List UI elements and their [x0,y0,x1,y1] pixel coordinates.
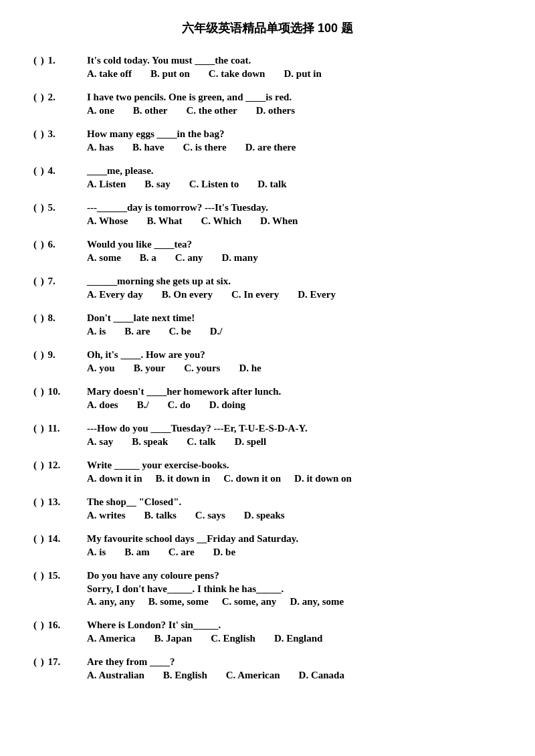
options-line: A. WhoseB. WhatC. WhichD. When [33,215,502,227]
option-item: B. am [124,547,150,558]
option-item: B. have [132,142,165,153]
option-item: A. writes [87,510,125,521]
question-line: ( ) 1.It's cold today. You must ____the … [33,55,502,66]
question-block: ( ) 4.____me, please.A. ListenB. sayC. L… [33,165,502,195]
option-item: A. Every day [87,289,143,300]
question-text: Do you have any coloure pens? [87,570,502,581]
option-item: D. England [274,633,323,644]
option-item: B./ [137,399,149,411]
question-text: Don't ____late next time! [87,312,502,324]
option-item: C. take down [209,68,265,80]
question-block: ( ) 11.---How do you ____Tuesday? ---Er,… [33,423,502,453]
options-line: A. AustralianB. EnglishC. AmericanD. Can… [33,670,502,681]
question-number: ( ) 13. [33,496,87,508]
question-number: ( ) 6. [33,239,87,250]
option-item: B. English [163,670,207,681]
option-item: D. it down on [294,473,352,484]
option-item: D. he [239,363,261,374]
option-item: A. Whose [87,215,128,227]
option-item: C. is there [183,142,227,153]
question-block: ( ) 6.Would you like ____tea?A. someB. a… [33,239,502,269]
question-block: ( ) 2.I have two pencils. One is green, … [33,92,502,122]
option-item: B. What [146,215,182,227]
question-block: ( ) 13.The shop__ "Closed".A. writesB. t… [33,496,502,527]
option-item: A. some [87,252,121,264]
question-text: Where is London? It' sin_____. [87,620,502,631]
question-text: Write _____ your exercise-books. [87,460,502,471]
options-line: A. doesB./C. doD. doing [33,399,502,411]
question-block: ( ) 14.My favourite school days __Friday… [33,533,502,563]
question-number: ( ) 15. [33,570,87,581]
question-text: Mary doesn't ____her homework after lunc… [87,386,502,397]
option-item: B. Japan [154,633,192,644]
option-item: A. any, any [87,596,135,607]
question-number: ( ) 5. [33,202,87,213]
option-item: A. Listen [87,179,126,190]
question-line: ( ) 13.The shop__ "Closed". [33,496,502,508]
question-line: ( ) 12.Write _____ your exercise-books. [33,460,502,471]
option-item: B. put on [150,68,190,80]
option-item: D. spell [235,436,267,448]
option-item: C. be [169,326,191,337]
question-text: My favourite school days __Friday and Sa… [87,533,502,545]
question-line: ( ) 6.Would you like ____tea? [33,239,502,250]
question-number: ( ) 17. [33,656,87,668]
question-text: How many eggs ____in the bag? [87,128,502,140]
question-number: ( ) 9. [33,349,87,361]
option-item: B. other [133,105,168,116]
question-line: ( ) 2.I have two pencils. One is green, … [33,92,502,103]
question-number: ( ) 2. [33,92,87,103]
option-item: A. one [87,105,114,116]
options-line: A. any, anyB. some, someC. some, anyD. a… [33,596,502,607]
option-item: A. down it in [87,473,142,484]
option-item: C. do [168,399,191,411]
question-number: ( ) 3. [33,128,87,140]
question-block: ( ) 17.Are they from ____?A. AustralianB… [33,656,502,686]
option-item: D./ [210,326,223,337]
option-item: A. say [87,436,113,448]
option-item: C. talk [187,436,215,448]
question-block: ( ) 5.---______day is tomorrow? ---It's … [33,202,502,232]
options-line: A. sayB. speakC. talkD. spell [33,436,502,448]
option-item: D. be [213,547,235,558]
question-line: ( ) 3.How many eggs ____in the bag? [33,128,502,140]
option-item: D. others [256,105,295,116]
option-item: C. are [169,547,195,558]
question-number: ( ) 12. [33,460,87,471]
question-number: ( ) 10. [33,386,87,397]
options-line: A. youB. yourC. yoursD. he [33,363,502,374]
question-text: ---How do you ____Tuesday? ---Er, T-U-E-… [87,423,502,434]
option-item: B. On every [162,289,213,300]
question-number: ( ) 7. [33,276,87,287]
option-item: D. put in [284,68,321,80]
option-item: B. a [140,252,156,264]
options-line: A. hasB. haveC. is thereD. are there [33,142,502,153]
question-line: ( ) 7.______morning she gets up at six. [33,276,502,287]
question-block: ( ) 15.Do you have any coloure pens?Sorr… [33,570,502,613]
option-item: C. any [175,252,203,264]
option-item: C. English [211,633,255,644]
option-item: B. are [124,326,150,337]
options-line: A. oneB. otherC. the otherD. others [33,105,502,116]
options-line: A. isB. amC. areD. be [33,547,502,558]
option-item: D. speaks [244,510,285,521]
option-item: B. say [144,179,170,190]
option-item: A. is [87,547,106,558]
question-number: ( ) 14. [33,533,87,545]
question-text: It's cold today. You must ____the coat. [87,55,502,66]
question-block: ( ) 8.Don't ____late next time!A. isB. a… [33,312,502,343]
question-line: ( ) 16.Where is London? It' sin_____. [33,620,502,631]
question-number: ( ) 16. [33,620,87,631]
option-item: C. the other [187,105,237,116]
options-line: A. Every dayB. On everyC. In everyD. Eve… [33,289,502,300]
option-item: D. many [222,252,258,264]
question-number: ( ) 4. [33,165,87,177]
option-item: A. does [87,399,118,411]
option-item: B. it down in [156,473,211,484]
option-item: C. says [195,510,225,521]
option-item: B. talks [144,510,176,521]
option-item: D. Canada [299,670,344,681]
options-line: A. isB. areC. beD./ [33,326,502,337]
question-text: Oh, it's ____. How are you? [87,349,502,361]
option-item: C. yours [184,363,220,374]
